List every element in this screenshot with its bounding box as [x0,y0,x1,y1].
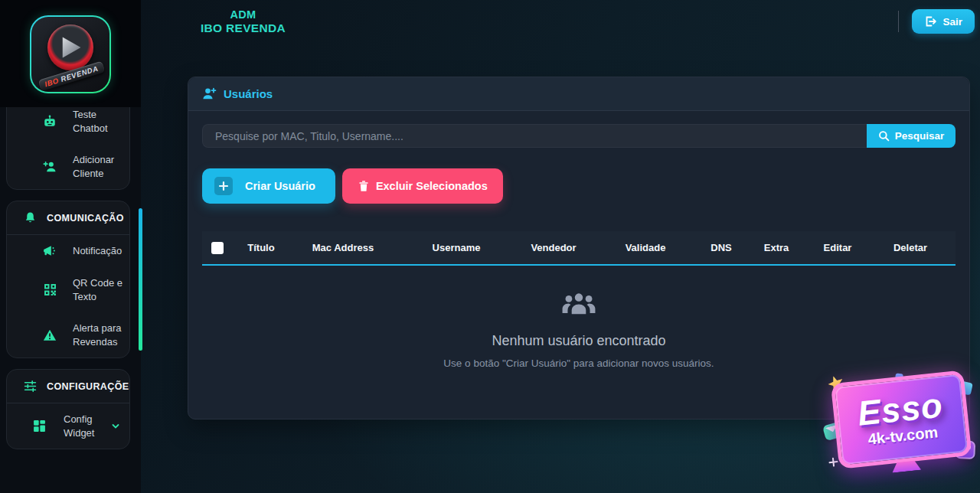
users-panel-header: Usuários [188,77,969,111]
topbar-divider [898,11,899,32]
delete-selected-button[interactable]: Excluir Selecionados [342,168,503,204]
column-header-validade: Validade [591,231,700,265]
sidebar-card-configuracoes: CONFIGURAÇÕES Config Widget [6,369,130,449]
logo-section: IBO REVENDA [0,0,141,107]
watermark-tv: Esso 4k-tv.com [831,370,972,469]
sidebar-item-label: Config Widget [64,413,94,439]
create-user-button[interactable]: Criar Usuário [202,168,335,204]
sidebar-card-quick: Teste Chatbot Adicionar Cliente [6,107,130,190]
sidebar-item-qr-code-e-texto[interactable]: QR Code e Texto [7,267,129,312]
widgets-icon [31,420,47,433]
sidebar-scrollbar[interactable] [139,208,142,351]
column-header-dns: DNS [700,231,743,265]
sidebar-item-config-widget[interactable]: Config Widget [7,403,129,449]
app-logo: IBO REVENDA [30,15,111,93]
empty-state: Nenhum usuário encontrado Use o botão "C… [202,266,956,369]
brand-line1: ADM [201,8,286,21]
create-user-label: Criar Usuário [245,180,315,192]
sidebar-section-comunicacao[interactable]: COMUNICAÇÃO [7,201,129,235]
sliders-icon [24,380,37,393]
sidebar-section-title: CONFIGURAÇÕES [47,381,130,392]
search-input[interactable] [202,124,867,148]
sidebar-item-label: Alerta para Revendas [73,322,123,348]
play-logo-icon [47,24,93,70]
sidebar: IBO REVENDA Teste Chatbot Adicionar Clie… [0,0,141,493]
megaphone-icon [42,244,57,258]
person-add-icon [42,160,57,174]
column-header-username: Username [397,231,516,265]
users-panel: Usuários Pesquisar Criar Usuário [188,77,970,420]
column-header-deletar: Deletar [865,231,956,265]
sidebar-item-label: Notificação [73,244,122,258]
search-group: Pesquisar [202,124,956,148]
bell-icon [24,211,37,224]
search-button[interactable]: Pesquisar [867,124,956,148]
column-header-vendedor: Vendedor [516,231,591,265]
topbar: ADM IBO REVENDA Sair [141,0,980,43]
logout-icon [924,15,936,28]
sidebar-item-label: Adicionar Cliente [73,153,123,180]
table-header-row: Título Mac Address Username Vendedor Val… [202,231,956,265]
sidebar-section-configuracoes[interactable]: CONFIGURAÇÕES [7,370,129,403]
logout-label: Sair [942,16,962,28]
column-header-editar: Editar [810,231,865,265]
delete-selected-label: Excluir Selecionados [376,180,488,192]
chevron-down-icon [111,422,120,431]
warning-icon [42,328,57,342]
sidebar-item-alerta-para-revendas[interactable]: Alerta para Revendas [7,312,129,358]
sidebar-item-teste-chatbot[interactable]: Teste Chatbot [7,107,129,144]
search-button-label: Pesquisar [895,130,945,142]
brand-line2: IBO REVENDA [201,21,286,35]
logout-button[interactable]: Sair [912,9,975,34]
sidebar-item-label: Teste Chatbot [73,108,123,135]
search-icon [878,130,890,142]
sidebar-item-notificacao[interactable]: Notificação [7,235,129,267]
sidebar-item-adicionar-cliente[interactable]: Adicionar Cliente [7,144,129,189]
watermark-logo: Esso 4k-tv.com [822,361,980,490]
select-all-checkbox[interactable] [211,242,224,254]
empty-state-subtitle: Use o botão "Criar Usuário" para adicion… [202,358,956,369]
plus-icon [214,177,233,195]
sidebar-section-title: COMUNICAÇÃO [47,213,124,224]
logo-badge-ibo: IBO [44,76,60,88]
trash-icon [358,180,370,192]
users-panel-title: Usuários [224,87,273,100]
column-header-titulo: Título [233,231,289,265]
column-header-extra: Extra [743,231,810,265]
sparkle-icon [828,457,838,467]
brand-title: ADM IBO REVENDA [201,8,286,35]
sidebar-nav: Teste Chatbot Adicionar Cliente COMUNICA… [0,107,141,493]
users-table: Título Mac Address Username Vendedor Val… [202,231,956,266]
robot-icon [42,115,57,129]
qr-code-icon [42,283,57,296]
sidebar-item-label: QR Code e Texto [73,276,123,303]
empty-state-title: Nenhum usuário encontrado [202,333,956,349]
users-group-icon [202,292,956,318]
user-plus-icon [202,87,217,101]
sidebar-card-comunicacao: COMUNICAÇÃO Notificação QR Code e Texto … [6,201,130,358]
column-header-mac-address: Mac Address [289,231,397,265]
